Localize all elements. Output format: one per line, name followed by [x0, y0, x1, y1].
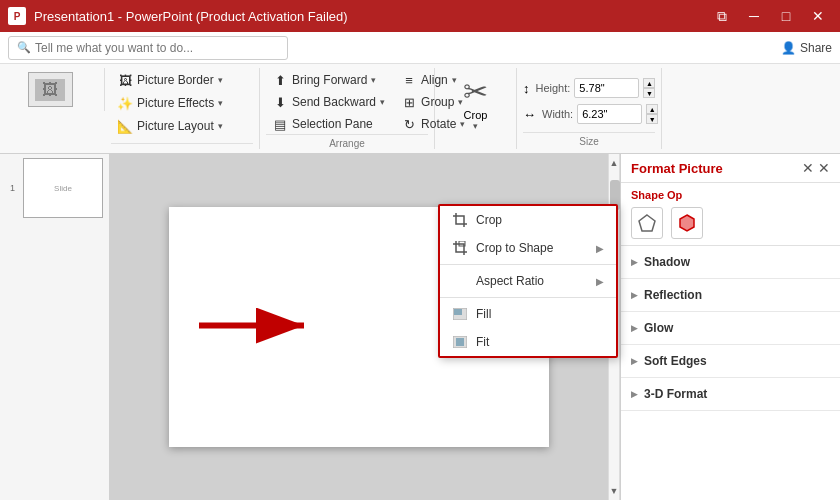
- reflection-section-header[interactable]: ▶ Reflection: [631, 285, 830, 305]
- app-icon: P: [8, 7, 26, 25]
- share-icon: 👤: [781, 41, 796, 55]
- dropdown-divider-1: [440, 264, 616, 265]
- fit-icon: [452, 334, 468, 350]
- 3d-format-section-header[interactable]: ▶ 3-D Format: [631, 384, 830, 404]
- picture-thumbnail-inner: 🖼: [35, 79, 65, 101]
- aspect-ratio-label: Aspect Ratio: [476, 274, 588, 288]
- crop-big-button[interactable]: ✂ Crop ▾: [455, 70, 496, 135]
- search-container: 🔍: [8, 36, 288, 60]
- crop-dropdown-menu: Crop Crop to Shape ▶ Aspect Ratio ▶: [438, 204, 618, 358]
- format-panel: Format Picture ✕ ✕ Shape Op: [620, 154, 840, 500]
- picture-effects-button[interactable]: ✨ Picture Effects ▾: [111, 93, 229, 113]
- shape-ops-section: Shape Op: [621, 183, 840, 246]
- shape-op-hexagon[interactable]: [671, 207, 703, 239]
- pentagon-icon: [637, 213, 657, 233]
- 3d-format-label: 3-D Format: [644, 387, 707, 401]
- picture-effects-row: ✨ Picture Effects ▾: [111, 93, 253, 113]
- crop-dropdown-item[interactable]: Crop: [440, 206, 616, 234]
- ribbon-size-group: ↕ Height: ▲ ▼ ↔ Width: ▲ ▼ Size: [517, 68, 662, 149]
- format-panel-header: Format Picture ✕ ✕: [621, 154, 840, 183]
- rotate-icon: ↻: [401, 116, 417, 132]
- panel-close-button[interactable]: ✕: [818, 160, 830, 176]
- fill-icon-svg: [453, 308, 467, 320]
- slide-thumbnail[interactable]: Slide: [23, 158, 103, 218]
- crop-to-shape-icon-svg: [453, 241, 467, 255]
- ribbon-arrange-group: ⬆ Bring Forward ▾ ⬇ Send Backward ▾ ▤ Se…: [260, 68, 435, 149]
- soft-edges-section-header[interactable]: ▶ Soft Edges: [631, 351, 830, 371]
- scroll-up-arrow[interactable]: ▲: [608, 156, 621, 170]
- hexagon-icon: [677, 213, 697, 233]
- picture-border-row: 🖼 Picture Border ▾: [111, 70, 253, 90]
- picture-effects-icon: ✨: [117, 95, 133, 111]
- close-button[interactable]: ✕: [804, 2, 832, 30]
- align-icon: ≡: [401, 72, 417, 88]
- search-bar: 🔍 👤 Share: [0, 32, 840, 64]
- share-button[interactable]: 👤 Share: [781, 41, 832, 55]
- reflection-section: ▶ Reflection: [621, 279, 840, 312]
- scroll-down-arrow[interactable]: ▼: [608, 484, 621, 498]
- height-down-button[interactable]: ▼: [643, 88, 655, 98]
- crop-to-shape-dropdown-item[interactable]: Crop to Shape ▶: [440, 234, 616, 262]
- soft-edges-section: ▶ Soft Edges: [621, 345, 840, 378]
- crop-big-icon: ✂: [463, 74, 488, 109]
- ribbon-toolbar: 🖼 🖼 Picture Border ▾ ✨ Picture Effects ▾: [0, 64, 840, 154]
- selection-pane-icon: ▤: [272, 116, 288, 132]
- shadow-section-header[interactable]: ▶ Shadow: [631, 252, 830, 272]
- size-group-label: Size: [523, 132, 655, 149]
- shadow-label: Shadow: [644, 255, 690, 269]
- send-backward-icon: ⬇: [272, 94, 288, 110]
- group-icon: ⊞: [401, 94, 417, 110]
- ribbon-size-content: ↕ Height: ▲ ▼ ↔ Width: ▲ ▼: [523, 70, 655, 132]
- picture-layout-button[interactable]: 📐 Picture Layout ▾: [111, 116, 229, 136]
- send-backward-button[interactable]: ⬇ Send Backward ▾: [266, 92, 391, 112]
- width-up-button[interactable]: ▲: [646, 104, 658, 114]
- ribbon-picture-group: 🖼 Picture Border ▾ ✨ Picture Effects ▾ 📐…: [105, 68, 260, 149]
- glow-section-header[interactable]: ▶ Glow: [631, 318, 830, 338]
- picture-border-icon: 🖼: [117, 72, 133, 88]
- width-input[interactable]: [577, 104, 642, 124]
- height-row: ↕ Height: ▲ ▼: [523, 78, 655, 98]
- soft-edges-label: Soft Edges: [644, 354, 707, 368]
- left-panel: 1 Slide: [0, 154, 110, 500]
- panel-header-controls: ✕ ✕: [802, 160, 830, 176]
- height-label: Height:: [536, 82, 571, 94]
- width-down-button[interactable]: ▼: [646, 114, 658, 124]
- panel-minimize-button[interactable]: ✕: [802, 160, 814, 176]
- height-input[interactable]: [574, 78, 639, 98]
- minimize-button[interactable]: ─: [740, 2, 768, 30]
- height-spinner: ▲ ▼: [643, 78, 655, 98]
- bring-forward-arrow: ▾: [371, 75, 376, 85]
- fit-dropdown-item[interactable]: Fit: [440, 328, 616, 356]
- shape-op-pentagon[interactable]: [631, 207, 663, 239]
- picture-border-button[interactable]: 🖼 Picture Border ▾: [111, 70, 229, 90]
- selection-pane-button[interactable]: ▤ Selection Pane: [266, 114, 391, 134]
- fill-dropdown-item[interactable]: Fill: [440, 300, 616, 328]
- bring-forward-icon: ⬆: [272, 72, 288, 88]
- 3d-format-chevron: ▶: [631, 389, 638, 399]
- picture-thumbnail: 🖼: [28, 72, 73, 107]
- picture-layout-label: Picture Layout: [137, 119, 214, 133]
- svg-marker-2: [639, 215, 655, 231]
- dropdown-divider-2: [440, 297, 616, 298]
- reflection-chevron: ▶: [631, 290, 638, 300]
- height-up-button[interactable]: ▲: [643, 78, 655, 88]
- fit-icon-svg: [453, 336, 467, 348]
- maximize-button[interactable]: □: [772, 2, 800, 30]
- glow-chevron: ▶: [631, 323, 638, 333]
- slide-thumb-placeholder: Slide: [54, 184, 72, 193]
- title-bar-controls: ⧉ ─ □ ✕: [708, 2, 832, 30]
- aspect-ratio-submenu-arrow: ▶: [596, 276, 604, 287]
- search-input[interactable]: [35, 41, 279, 55]
- svg-rect-8: [456, 338, 464, 346]
- title-bar: P Presentation1 - PowerPoint (Product Ac…: [0, 0, 840, 32]
- crop-menu-icon: [452, 212, 468, 228]
- shape-ops-icons: [631, 207, 830, 239]
- aspect-ratio-dropdown-item[interactable]: Aspect Ratio ▶: [440, 267, 616, 295]
- share-label: Share: [800, 41, 832, 55]
- height-icon: ↕: [523, 81, 530, 96]
- glow-section: ▶ Glow: [621, 312, 840, 345]
- selection-pane-label: Selection Pane: [292, 117, 373, 131]
- restore-button[interactable]: ⧉: [708, 2, 736, 30]
- bring-forward-button[interactable]: ⬆ Bring Forward ▾: [266, 70, 391, 90]
- arrange-col1: ⬆ Bring Forward ▾ ⬇ Send Backward ▾ ▤ Se…: [266, 70, 391, 134]
